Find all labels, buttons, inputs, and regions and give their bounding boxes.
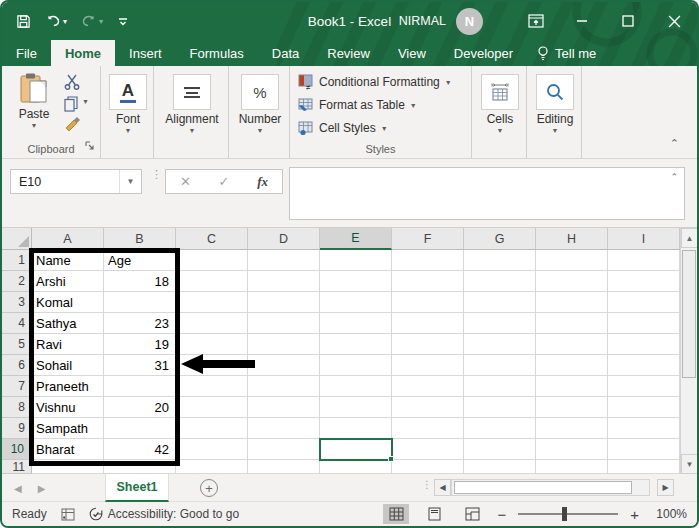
cell-B2[interactable]: 18	[104, 271, 176, 292]
cell-F11[interactable]	[392, 460, 464, 474]
save-icon[interactable]	[16, 14, 31, 29]
scroll-right-icon[interactable]: ▶	[657, 479, 674, 496]
tell-me-box[interactable]: Tell me	[527, 40, 606, 66]
cell-I8[interactable]	[608, 397, 680, 418]
horizontal-scrollbar[interactable]	[451, 479, 650, 496]
alignment-button[interactable]: Alignment ▼	[172, 74, 212, 134]
cell-G11[interactable]	[464, 460, 536, 474]
tab-data[interactable]: Data	[258, 40, 313, 66]
zoom-slider[interactable]	[518, 513, 618, 515]
tab-view[interactable]: View	[384, 40, 440, 66]
insert-function-icon[interactable]: fx	[257, 174, 268, 190]
cell-C7[interactable]	[176, 376, 248, 397]
tab-home[interactable]: Home	[51, 40, 115, 66]
cell-G9[interactable]	[464, 418, 536, 439]
cell-B1[interactable]: Age	[104, 250, 176, 271]
cell-E7[interactable]	[320, 376, 392, 397]
cell-A2[interactable]: Arshi	[32, 271, 104, 292]
number-button[interactable]: % Number ▼	[240, 74, 280, 134]
cell-D2[interactable]	[248, 271, 320, 292]
row-header-8[interactable]: 8	[2, 397, 32, 418]
name-box[interactable]: E10 ▼	[10, 169, 142, 194]
cell-H5[interactable]	[536, 334, 608, 355]
cell-F6[interactable]	[392, 355, 464, 376]
column-header-C[interactable]: C	[176, 228, 248, 250]
cell-B9[interactable]	[104, 418, 176, 439]
editing-dropdown-icon[interactable]: ▼	[552, 127, 559, 134]
cell-B11[interactable]	[104, 460, 176, 474]
undo-button[interactable]: ▾	[45, 14, 67, 28]
cell-B7[interactable]	[104, 376, 176, 397]
tab-file[interactable]: File	[2, 40, 51, 66]
copy-dropdown-icon[interactable]: ▼	[82, 98, 89, 105]
row-header-3[interactable]: 3	[2, 292, 32, 313]
row-header-5[interactable]: 5	[2, 334, 32, 355]
cell-A6[interactable]: Sohail	[32, 355, 104, 376]
cell-G5[interactable]	[464, 334, 536, 355]
cell-C3[interactable]	[176, 292, 248, 313]
column-header-G[interactable]: G	[464, 228, 536, 250]
customize-qat-icon[interactable]	[117, 15, 129, 27]
cell-D8[interactable]	[248, 397, 320, 418]
copy-icon[interactable]	[64, 96, 79, 116]
zoom-level[interactable]: 100%	[651, 507, 687, 521]
row-header-6[interactable]: 6	[2, 355, 32, 376]
cell-A3[interactable]: Komal	[32, 292, 104, 313]
cell-I1[interactable]	[608, 250, 680, 271]
cell-A9[interactable]: Sampath	[32, 418, 104, 439]
cell-H4[interactable]	[536, 313, 608, 334]
alignment-dropdown-icon[interactable]: ▼	[189, 127, 196, 134]
cell-D7[interactable]	[248, 376, 320, 397]
cell-H11[interactable]	[536, 460, 608, 474]
cell-F2[interactable]	[392, 271, 464, 292]
cell-I7[interactable]	[608, 376, 680, 397]
paste-button[interactable]: Paste ▼	[12, 72, 56, 129]
row-header-11[interactable]: 11	[2, 460, 32, 474]
confirm-entry-icon[interactable]: ✓	[219, 174, 230, 189]
cell-D5[interactable]	[248, 334, 320, 355]
cell-G10[interactable]	[464, 439, 536, 460]
paste-dropdown-icon[interactable]: ▼	[31, 122, 38, 129]
tab-review[interactable]: Review	[313, 40, 384, 66]
cell-G4[interactable]	[464, 313, 536, 334]
column-header-F[interactable]: F	[392, 228, 464, 250]
cell-H2[interactable]	[536, 271, 608, 292]
horizontal-scroll-thumb[interactable]	[454, 481, 632, 494]
close-button[interactable]	[651, 2, 697, 40]
format-as-table-dropdown-icon[interactable]: ▼	[410, 102, 417, 109]
vertical-scroll-thumb[interactable]	[682, 250, 696, 378]
cell-E8[interactable]	[320, 397, 392, 418]
cell-styles-button[interactable]: Cell Styles ▼	[298, 120, 388, 136]
row-header-10[interactable]: 10	[2, 439, 32, 460]
cell-E4[interactable]	[320, 313, 392, 334]
cell-A7[interactable]: Praneeth	[32, 376, 104, 397]
cell-F1[interactable]	[392, 250, 464, 271]
cell-I11[interactable]	[608, 460, 680, 474]
cell-E6[interactable]	[320, 355, 392, 376]
row-header-9[interactable]: 9	[2, 418, 32, 439]
cells-dropdown-icon[interactable]: ▼	[497, 127, 504, 134]
scrollbar-resize-handle[interactable]: ⋮	[422, 482, 432, 488]
font-dropdown-icon[interactable]: ▼	[125, 127, 132, 134]
scroll-left-icon[interactable]: ◀	[434, 479, 451, 496]
undo-dropdown-icon[interactable]: ▾	[63, 17, 67, 26]
cell-E3[interactable]	[320, 292, 392, 313]
redo-dropdown-icon[interactable]: ▾	[99, 17, 103, 26]
conditional-formatting-button[interactable]: ≠ Conditional Formatting ▼	[298, 74, 452, 90]
column-header-A[interactable]: A	[32, 228, 104, 250]
cell-D4[interactable]	[248, 313, 320, 334]
page-layout-view-button[interactable]	[421, 504, 447, 524]
cell-A1[interactable]: Name	[32, 250, 104, 271]
cell-F7[interactable]	[392, 376, 464, 397]
cell-G7[interactable]	[464, 376, 536, 397]
cell-E5[interactable]	[320, 334, 392, 355]
tab-formulas[interactable]: Formulas	[176, 40, 258, 66]
cell-D9[interactable]	[248, 418, 320, 439]
cell-C4[interactable]	[176, 313, 248, 334]
conditional-formatting-dropdown-icon[interactable]: ▼	[445, 79, 452, 86]
normal-view-button[interactable]	[383, 504, 409, 524]
cell-G3[interactable]	[464, 292, 536, 313]
cell-F3[interactable]	[392, 292, 464, 313]
cell-G2[interactable]	[464, 271, 536, 292]
cancel-entry-icon[interactable]: ✕	[180, 174, 191, 189]
